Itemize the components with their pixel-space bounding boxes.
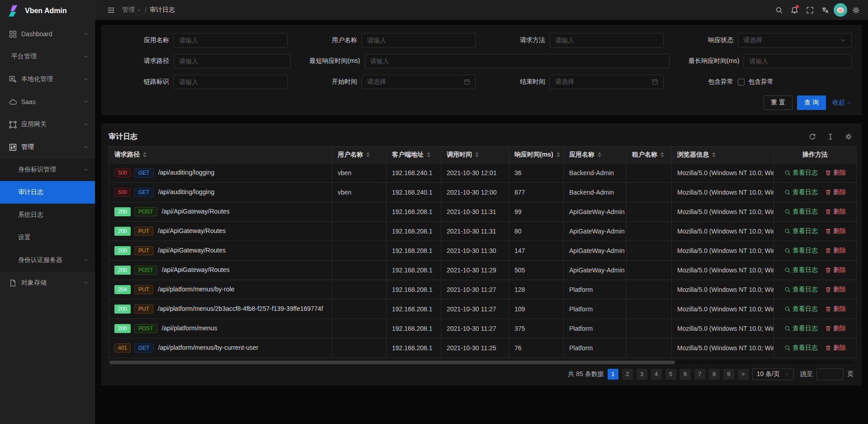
sidebar-item-dashboard[interactable]: Dashboard bbox=[0, 23, 95, 45]
chevron-down-icon bbox=[137, 8, 142, 13]
has-exception-checkbox[interactable] bbox=[738, 79, 745, 86]
delete-label: 删除 bbox=[833, 305, 846, 313]
page-size-select[interactable]: 10 条/页 bbox=[752, 368, 794, 380]
delete-button[interactable]: 删除 bbox=[825, 247, 846, 255]
view-log-button[interactable]: 查看日志 bbox=[784, 227, 818, 235]
next-page-button[interactable]: > bbox=[738, 369, 749, 380]
sidebar-item-label: 身份标识管理 bbox=[18, 166, 83, 174]
sidebar-item-admin[interactable]: 管理 bbox=[0, 136, 95, 158]
delete-button[interactable]: 删除 bbox=[825, 344, 846, 352]
view-log-button[interactable]: 查看日志 bbox=[784, 286, 818, 294]
column-header-tenant[interactable]: 租户名称 bbox=[627, 147, 672, 163]
fullscreen-icon[interactable] bbox=[802, 2, 817, 18]
sidebar-item-audit-logs[interactable]: 审计日志 bbox=[0, 181, 95, 204]
column-header-duration[interactable]: 响应时间(ms) bbox=[509, 147, 564, 163]
filter-row: 请求路径最短响应时间(ms)最长响应时间(ms) bbox=[111, 54, 852, 68]
field-label: 最短响应时间(ms) bbox=[302, 57, 360, 65]
column-header-ip[interactable]: 客户端地址 bbox=[387, 147, 441, 163]
sidebar-item-platform[interactable]: 平台管理 bbox=[0, 45, 95, 68]
status-badge: 401 bbox=[114, 343, 131, 353]
breadcrumb-section[interactable]: 管理 bbox=[122, 6, 142, 14]
settings-icon[interactable] bbox=[843, 131, 854, 143]
view-log-icon bbox=[784, 267, 791, 273]
http-method-input[interactable] bbox=[550, 33, 664, 48]
sidebar-item-gateway[interactable]: 应用网关 bbox=[0, 113, 95, 136]
time-cell: 2021-10-30 12:00 bbox=[441, 183, 509, 202]
delete-button[interactable]: 删除 bbox=[825, 266, 846, 274]
page-button-1[interactable]: 1 bbox=[608, 369, 618, 380]
resp-status-select[interactable]: 请选择 bbox=[738, 33, 852, 48]
menu-fold-icon[interactable] bbox=[103, 2, 118, 18]
view-log-button[interactable]: 查看日志 bbox=[784, 266, 818, 274]
delete-button[interactable]: 删除 bbox=[825, 227, 846, 235]
search-button[interactable]: 查 询 bbox=[797, 95, 826, 110]
page-button-8[interactable]: 8 bbox=[709, 369, 720, 380]
delete-label: 删除 bbox=[833, 266, 846, 274]
reset-button[interactable]: 重 置 bbox=[764, 95, 793, 110]
search-icon[interactable] bbox=[771, 2, 787, 18]
column-header-user[interactable]: 用户名称 bbox=[332, 147, 387, 163]
status-badge: 200 bbox=[114, 227, 131, 236]
sidebar-item-locale[interactable]: 本地化管理 bbox=[0, 68, 95, 91]
column-height-icon[interactable] bbox=[825, 131, 836, 143]
page-button-3[interactable]: 3 bbox=[637, 369, 647, 380]
view-log-button[interactable]: 查看日志 bbox=[784, 188, 818, 196]
request-path: /api/auditing/logging bbox=[158, 169, 215, 176]
delete-button[interactable]: 删除 bbox=[825, 324, 846, 333]
tenant-cell bbox=[627, 222, 672, 241]
min-elapsed-input[interactable] bbox=[365, 54, 670, 68]
sort-icon bbox=[475, 152, 479, 157]
sidebar-item-object-storage[interactable]: 对象存储 bbox=[0, 272, 95, 294]
page-button-4[interactable]: 4 bbox=[651, 369, 662, 380]
view-log-button[interactable]: 查看日志 bbox=[784, 169, 818, 177]
page-button-2[interactable]: 2 bbox=[622, 369, 633, 380]
view-log-button[interactable]: 查看日志 bbox=[784, 305, 818, 313]
collapse-link[interactable]: 收起 bbox=[832, 99, 852, 107]
sidebar-item-saas[interactable]: Saas bbox=[0, 91, 95, 113]
page-button-5[interactable]: 5 bbox=[665, 369, 676, 380]
settings-icon[interactable] bbox=[848, 2, 863, 18]
field-label: 开始时间 bbox=[299, 78, 357, 86]
column-label: 调用时间 bbox=[447, 151, 472, 159]
time-cell: 2021-10-30 11:30 bbox=[441, 241, 509, 261]
page-content: 应用名称用户名称请求方法响应状态请选择请求路径最短响应时间(ms)最长响应时间(… bbox=[95, 20, 868, 424]
start-time-datepicker[interactable]: 请选择 bbox=[362, 75, 476, 89]
delete-button[interactable]: 删除 bbox=[825, 188, 846, 196]
delete-button[interactable]: 删除 bbox=[825, 208, 846, 216]
sidebar-item-system-logs[interactable]: 系统日志 bbox=[0, 204, 95, 226]
jump-page-input[interactable] bbox=[816, 368, 844, 380]
avatar bbox=[834, 3, 847, 17]
user-name-input[interactable] bbox=[362, 33, 476, 48]
column-header-browser[interactable]: 浏览器信息 bbox=[672, 147, 774, 163]
page-button-9[interactable]: 9 bbox=[723, 369, 734, 380]
request-path: /api/ApiGateway/Routes bbox=[162, 208, 230, 215]
page-button-7[interactable]: 7 bbox=[694, 369, 705, 380]
sidebar-item-settings[interactable]: 设置 bbox=[0, 226, 95, 249]
sidebar-item-auth-server[interactable]: 身份认证服务器 bbox=[0, 249, 95, 272]
page-button-6[interactable]: 6 bbox=[680, 369, 691, 380]
app-logo[interactable]: Vben Admin bbox=[0, 0, 95, 22]
translate-icon[interactable] bbox=[817, 2, 833, 18]
end-time-datepicker[interactable]: 请选择 bbox=[550, 75, 664, 89]
delete-button[interactable]: 删除 bbox=[825, 286, 846, 294]
time-cell: 2021-10-30 11:29 bbox=[441, 261, 509, 280]
column-header-app[interactable]: 应用名称 bbox=[564, 147, 627, 163]
scrollbar-thumb[interactable] bbox=[109, 361, 675, 364]
view-log-button[interactable]: 查看日志 bbox=[784, 324, 818, 333]
delete-button[interactable]: 删除 bbox=[825, 169, 846, 177]
date-placeholder: 请选择 bbox=[367, 78, 386, 86]
trace-id-input[interactable] bbox=[174, 75, 288, 89]
view-log-button[interactable]: 查看日志 bbox=[784, 208, 818, 216]
refresh-icon[interactable] bbox=[807, 131, 818, 143]
delete-button[interactable]: 删除 bbox=[825, 305, 846, 313]
request-path-input[interactable] bbox=[174, 54, 291, 68]
bell-icon[interactable] bbox=[787, 2, 802, 18]
view-log-button[interactable]: 查看日志 bbox=[784, 344, 818, 352]
app-name-input[interactable] bbox=[174, 33, 288, 48]
view-log-button[interactable]: 查看日志 bbox=[784, 247, 818, 255]
user-avatar[interactable] bbox=[833, 2, 848, 18]
sidebar-item-identity[interactable]: 身份标识管理 bbox=[0, 158, 95, 181]
column-header-time[interactable]: 调用时间 bbox=[441, 147, 509, 163]
max-elapsed-input[interactable] bbox=[744, 54, 852, 68]
column-header-path[interactable]: 请求路径 bbox=[109, 147, 332, 163]
